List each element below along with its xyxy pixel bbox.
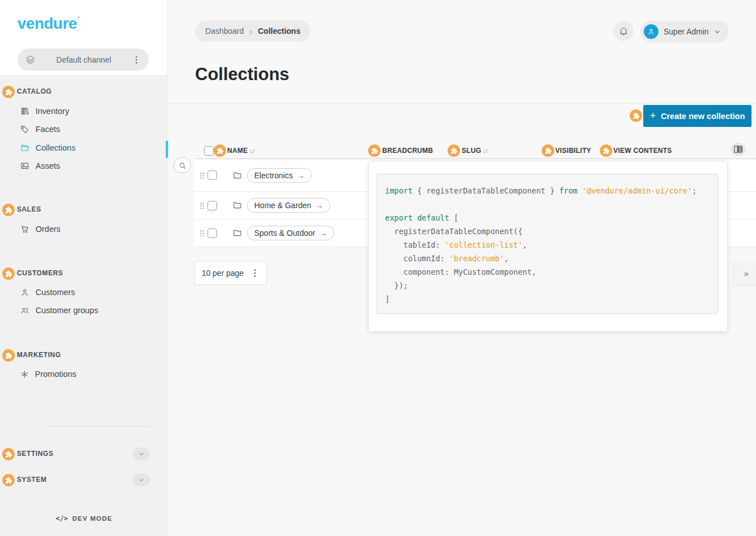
breadcrumb: Dashboard › Collections (195, 20, 311, 42)
collection-link-chip[interactable]: Sports & Outdoor → (247, 226, 334, 240)
active-item-indicator (166, 140, 168, 158)
sidebar-item-label: Promotions (35, 370, 76, 379)
extension-badge-marketing[interactable] (2, 349, 15, 362)
channel-label: Default channel (36, 55, 132, 64)
table-search-button[interactable] (174, 157, 191, 173)
avatar (644, 24, 658, 39)
channel-selector[interactable]: Default channel ⋮ (17, 49, 149, 71)
extension-badge-system[interactable] (2, 474, 15, 486)
user-name: Super Admin (664, 27, 709, 36)
items-per-page-select[interactable]: 10 per page ⋮ (194, 261, 267, 285)
cart-icon (20, 225, 29, 234)
user-menu[interactable]: Super Admin (640, 21, 729, 42)
section-label-settings: SETTINGS (17, 450, 54, 458)
image-icon (20, 161, 29, 170)
drag-handle-icon[interactable] (200, 202, 204, 209)
extension-badge-column-breadcrumb[interactable] (368, 144, 381, 157)
search-icon (178, 161, 187, 170)
arrow-right-icon: → (319, 229, 327, 238)
breadcrumb-dashboard-link[interactable]: Dashboard (205, 27, 244, 36)
collection-name: Home & Garden (254, 201, 311, 210)
select-all-checkbox[interactable] (204, 146, 214, 156)
row-checkbox[interactable] (207, 170, 217, 180)
row-checkbox[interactable] (207, 201, 217, 210)
sidebar-item-orders[interactable]: Orders (20, 225, 60, 234)
sidebar-item-inventory[interactable]: Inventory (20, 107, 69, 116)
sort-icon-slug[interactable]: ↓↑ (483, 147, 488, 154)
vendure-admin-app: vendure’ Default channel ⋮ CATALOG Inven… (0, 0, 756, 536)
collection-name: Electronics (254, 171, 293, 180)
section-label-catalog: CATALOG (17, 87, 52, 95)
next-page-button[interactable]: » (733, 261, 756, 285)
users-icon (20, 306, 29, 315)
extension-badge-catalog[interactable] (2, 86, 15, 98)
create-new-collection-button[interactable]: + Create new collection (643, 105, 751, 127)
sidebar-item-customer-groups[interactable]: Customer groups (20, 306, 98, 315)
collection-link-chip[interactable]: Electronics → (247, 168, 312, 183)
drag-handle-icon[interactable] (200, 230, 204, 236)
user-icon (20, 288, 29, 297)
column-header-name[interactable]: NAME (227, 147, 248, 155)
chevron-down-icon (138, 477, 145, 484)
collection-link-chip[interactable]: Home & Garden → (247, 198, 330, 213)
extension-badge-create-button[interactable] (630, 109, 642, 122)
dev-mode-code-popover: import { registerDataTableComponent } fr… (368, 161, 728, 332)
sidebar-item-assets[interactable]: Assets (20, 161, 60, 170)
column-settings-button[interactable] (731, 143, 746, 156)
settings-expand-button[interactable] (133, 447, 150, 460)
sidebar: vendure’ Default channel ⋮ CATALOG Inven… (0, 0, 168, 536)
plus-icon: + (650, 110, 656, 122)
extension-badge-settings[interactable] (2, 448, 15, 460)
notifications-button[interactable] (613, 21, 634, 41)
extension-badge-sales[interactable] (2, 204, 15, 216)
sidebar-item-facets[interactable]: Facets (20, 125, 60, 134)
sidebar-item-label: Customer groups (36, 306, 98, 315)
folder-icon (233, 171, 242, 180)
sidebar-item-label: Assets (36, 161, 60, 170)
sidebar-divider (48, 426, 149, 427)
layers-icon (25, 55, 36, 65)
sidebar-item-label: Collections (36, 143, 76, 152)
extension-badge-column-slug[interactable] (448, 144, 460, 157)
channel-menu-icon[interactable]: ⋮ (132, 55, 141, 64)
breadcrumb-separator-icon: › (250, 27, 253, 36)
section-label-customers: CUSTOMERS (17, 269, 63, 277)
header-divider (168, 103, 756, 104)
page-title: Collections (195, 64, 289, 85)
sidebar-nav: CATALOG Inventory Facets Collections Ass… (0, 75, 168, 536)
sidebar-item-collections[interactable]: Collections (20, 143, 76, 152)
section-label-system: SYSTEM (17, 476, 47, 484)
column-header-visibility: VISIBILITY (555, 147, 591, 155)
sidebar-item-promotions[interactable]: Promotions (20, 370, 76, 379)
extension-badge-customers[interactable] (2, 267, 15, 280)
asterisk-icon (20, 370, 29, 379)
folder-open-icon (20, 143, 29, 152)
drag-handle-icon[interactable] (200, 172, 204, 179)
row-checkbox[interactable] (207, 229, 217, 238)
sidebar-item-label: Facets (36, 125, 60, 134)
dev-mode-toggle[interactable]: </> DEV MODE (0, 515, 168, 522)
per-page-menu-icon: ⋮ (250, 269, 259, 278)
extension-badge-column-name[interactable] (214, 144, 226, 157)
columns-icon (734, 146, 742, 153)
sidebar-item-label: Inventory (36, 107, 69, 116)
extension-badge-column-visibility[interactable] (542, 144, 554, 157)
sidebar-item-customers[interactable]: Customers (20, 288, 75, 297)
logo-mark: ’ (77, 15, 79, 23)
extension-badge-column-view-contents[interactable] (600, 144, 612, 157)
sidebar-item-label: Customers (36, 288, 75, 297)
sort-icon-name[interactable]: ↓↑ (250, 147, 255, 154)
collection-name: Sports & Outdoor (254, 229, 315, 238)
chevron-down-icon (138, 451, 145, 458)
folder-icon (233, 229, 242, 238)
chevron-down-icon (714, 28, 721, 36)
section-label-sales: SALES (17, 205, 41, 213)
column-header-slug[interactable]: SLUG (462, 147, 481, 155)
code-brackets-icon: </> (56, 515, 68, 522)
system-expand-button[interactable] (133, 473, 150, 486)
create-button-label: Create new collection (661, 112, 745, 121)
column-header-view-contents: VIEW CONTENTS (613, 147, 672, 155)
arrow-right-icon: → (297, 171, 304, 180)
arrow-right-icon: → (315, 201, 323, 210)
user-icon (647, 28, 655, 36)
